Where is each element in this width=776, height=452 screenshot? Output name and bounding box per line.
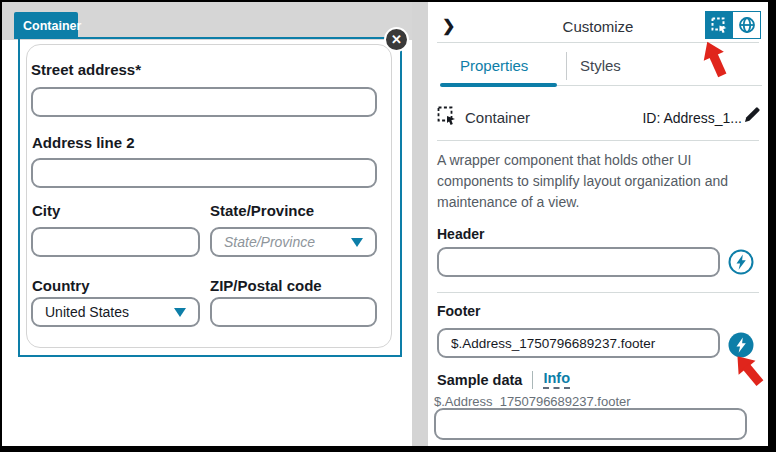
street-address-label: Street address*: [31, 61, 141, 78]
sample-data-path: $.Address_1750796689237.footer: [434, 394, 631, 409]
preview-mode-button[interactable]: [733, 12, 760, 38]
tab-divider: [566, 52, 567, 80]
sample-data-input[interactable]: [434, 408, 747, 440]
canvas-pane: Container ✕ Street address* Address line…: [2, 2, 412, 446]
chevron-down-icon: [351, 238, 363, 247]
divider: [437, 140, 759, 141]
zip-label: ZIP/Postal code: [210, 277, 322, 294]
info-link[interactable]: Info: [543, 370, 570, 389]
tab-styles[interactable]: Styles: [580, 57, 621, 74]
state-label: State/Province: [210, 202, 314, 219]
sample-data-label: Sample data: [437, 372, 522, 388]
divider: [532, 371, 533, 389]
footer-field-input[interactable]: [437, 328, 720, 358]
address-line2-input[interactable]: [31, 158, 377, 188]
header-field-label: Header: [437, 226, 484, 242]
city-label: City: [32, 202, 60, 219]
active-tab-indicator: [440, 83, 557, 87]
component-select-icon: [711, 17, 728, 34]
state-select[interactable]: State/Province: [210, 227, 377, 257]
edit-id-pencil-icon[interactable]: [743, 105, 762, 124]
lightning-icon: [728, 249, 754, 275]
close-button[interactable]: ✕: [384, 27, 409, 52]
tab-properties[interactable]: Properties: [460, 57, 528, 74]
container-icon: [437, 106, 458, 127]
chevron-down-icon: [174, 308, 186, 317]
country-select[interactable]: United States: [31, 297, 200, 327]
selection-tag[interactable]: Container: [14, 12, 78, 39]
address-line2-label: Address line 2: [32, 134, 135, 151]
footer-field-label: Footer: [437, 303, 481, 319]
component-description: A wrapper component that holds other UI …: [437, 150, 759, 213]
component-select-mode-button[interactable]: [706, 12, 733, 38]
header-binding-button[interactable]: [728, 249, 754, 275]
divider: [437, 292, 759, 293]
country-select-value: United States: [45, 304, 129, 320]
city-input[interactable]: [31, 227, 200, 257]
zip-input[interactable]: [210, 297, 377, 327]
street-address-input[interactable]: [31, 87, 377, 117]
country-label: Country: [32, 277, 90, 294]
header-field-input[interactable]: [437, 247, 720, 277]
sample-data-row: Sample data Info: [437, 370, 570, 389]
component-id: ID: Address_1...: [642, 110, 742, 126]
state-select-placeholder: State/Province: [224, 234, 315, 250]
globe-icon: [738, 16, 756, 34]
component-name: Container: [465, 109, 530, 126]
pane-divider: [412, 2, 428, 446]
mode-toggle: [705, 11, 761, 39]
